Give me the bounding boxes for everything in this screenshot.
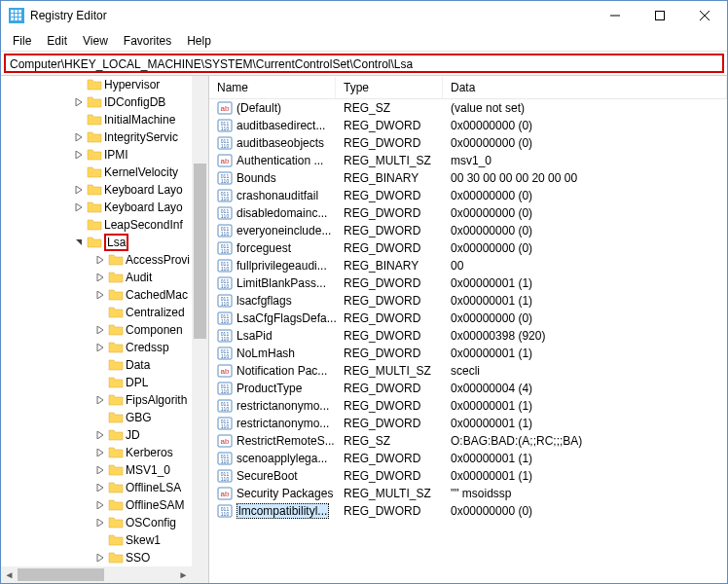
value-row[interactable]: LimitBlankPass...REG_DWORD0x00000001 (1) — [209, 274, 727, 292]
tree-item[interactable]: IPMI — [1, 146, 192, 164]
value-row[interactable]: everyoneinclude...REG_DWORD0x00000000 (0… — [209, 222, 727, 239]
tree-item[interactable]: JD — [1, 426, 192, 444]
expand-icon[interactable] — [92, 396, 108, 404]
expand-icon[interactable] — [92, 431, 108, 439]
value-row[interactable]: LsaPidREG_DWORD0x00000398 (920) — [209, 327, 727, 345]
menu-edit[interactable]: Edit — [39, 31, 75, 51]
tree-item[interactable]: CachedMac — [1, 286, 192, 304]
value-row[interactable]: ProductTypeREG_DWORD0x00000004 (4) — [209, 380, 727, 397]
maximize-button[interactable] — [637, 1, 682, 30]
expand-icon[interactable] — [92, 466, 108, 474]
value-row[interactable]: Security PackagesREG_MULTI_SZ"" msoidssp — [209, 485, 727, 502]
column-name[interactable]: Name — [209, 77, 336, 98]
value-row[interactable]: lmcompatibilityl...REG_DWORD0x00000000 (… — [209, 502, 727, 520]
expand-icon[interactable] — [71, 151, 87, 159]
expand-icon[interactable] — [71, 203, 87, 211]
value-row[interactable]: lsacfgflagsREG_DWORD0x00000001 (1) — [209, 292, 727, 310]
expand-icon[interactable] — [71, 98, 87, 106]
binary-value-icon — [217, 328, 233, 344]
tree-item[interactable]: Kerberos — [1, 444, 192, 461]
menu-favorites[interactable]: Favorites — [116, 31, 179, 51]
titlebar[interactable]: Registry Editor — [1, 1, 727, 30]
tree-item[interactable]: Audit — [1, 269, 192, 286]
tree-item[interactable]: FipsAlgorith — [1, 391, 192, 409]
menu-help[interactable]: Help — [179, 31, 219, 51]
menu-view[interactable]: View — [75, 31, 116, 51]
expand-icon[interactable] — [71, 133, 87, 141]
expand-icon[interactable] — [92, 449, 108, 456]
value-row[interactable]: LsaCfgFlagsDefa...REG_DWORD0x00000000 (0… — [209, 310, 727, 327]
tree-item[interactable]: Data — [1, 356, 192, 374]
tree-item[interactable]: Hypervisor — [1, 76, 192, 93]
tree-item[interactable]: OSConfig — [1, 514, 192, 531]
tree-item[interactable]: Credssp — [1, 339, 192, 356]
tree-item[interactable]: Keyboard Layo — [1, 199, 192, 216]
tree-scrollbar-horizontal[interactable]: ◄ ► — [1, 566, 192, 583]
expand-icon[interactable] — [92, 274, 108, 281]
value-row[interactable]: fullprivilegeaudi...REG_BINARY00 — [209, 257, 727, 274]
value-row[interactable]: auditbasedirect...REG_DWORD0x00000000 (0… — [209, 117, 727, 134]
expand-icon[interactable] — [92, 291, 108, 299]
tree-scrollbar-vertical[interactable] — [192, 76, 208, 566]
value-row[interactable]: scenoapplylega...REG_DWORD0x00000001 (1) — [209, 450, 727, 467]
column-data[interactable]: Data — [443, 77, 727, 98]
tree-item[interactable]: OfflineSAM — [1, 496, 192, 514]
expand-icon[interactable] — [92, 501, 108, 509]
value-row[interactable]: restrictanonymo...REG_DWORD0x00000001 (1… — [209, 415, 727, 432]
tree-item[interactable]: Componen — [1, 321, 192, 339]
expand-icon[interactable] — [92, 344, 108, 351]
value-row[interactable]: SecureBootREG_DWORD0x00000001 (1) — [209, 467, 727, 485]
value-row[interactable]: crashonauditfailREG_DWORD0x00000000 (0) — [209, 187, 727, 204]
tree-item[interactable]: MSV1_0 — [1, 461, 192, 479]
tree-item[interactable]: SSO — [1, 549, 192, 566]
value-row[interactable]: forceguestREG_DWORD0x00000000 (0) — [209, 239, 727, 257]
tree-item[interactable]: KernelVelocity — [1, 164, 192, 181]
value-row[interactable]: Authentication ...REG_MULTI_SZmsv1_0 — [209, 152, 727, 169]
minimize-button[interactable] — [593, 1, 637, 30]
address-path[interactable]: Computer\HKEY_LOCAL_MACHINE\SYSTEM\Curre… — [4, 54, 724, 73]
value-row[interactable]: auditbaseobjectsREG_DWORD0x00000000 (0) — [209, 134, 727, 152]
expand-icon[interactable] — [92, 484, 108, 492]
tree-item[interactable]: Skew1 — [1, 531, 192, 549]
column-type[interactable]: Type — [336, 77, 443, 98]
value-data: 0x00000004 (4) — [443, 382, 727, 395]
menu-file[interactable]: File — [5, 31, 39, 51]
value-row[interactable]: Notification Pac...REG_MULTI_SZscecli — [209, 362, 727, 380]
tree-item[interactable]: Keyboard Layo — [1, 181, 192, 199]
value-name: auditbasedirect... — [237, 119, 325, 132]
tree-item-label: Keyboard Layo — [104, 183, 183, 197]
tree-item[interactable]: DPL — [1, 374, 192, 391]
expand-icon[interactable] — [71, 186, 87, 194]
expand-icon[interactable] — [92, 326, 108, 334]
expand-icon[interactable] — [92, 256, 108, 264]
values-pane: Name Type Data (Default)REG_SZ(value not… — [209, 76, 727, 583]
collapse-icon[interactable] — [71, 238, 87, 246]
tree-item[interactable]: Centralized — [1, 304, 192, 321]
tree-item[interactable]: IntegrityServic — [1, 128, 192, 146]
expand-icon[interactable] — [92, 519, 108, 527]
folder-icon — [87, 147, 102, 163]
tree-item[interactable]: GBG — [1, 409, 192, 426]
value-data: (value not set) — [443, 101, 727, 115]
expand-icon[interactable] — [92, 554, 108, 562]
tree-item[interactable]: IDConfigDB — [1, 93, 192, 111]
value-row[interactable]: NoLmHashREG_DWORD0x00000001 (1) — [209, 345, 727, 362]
value-data: 0x00000001 (1) — [443, 294, 727, 308]
close-button[interactable] — [682, 1, 727, 30]
value-type: REG_SZ — [336, 101, 443, 115]
scroll-right-icon[interactable]: ► — [175, 566, 192, 583]
scroll-left-icon[interactable]: ◄ — [1, 566, 18, 583]
value-data: scecli — [443, 364, 727, 378]
value-row[interactable]: disabledomainc...REG_DWORD0x00000000 (0) — [209, 204, 727, 222]
value-row[interactable]: BoundsREG_BINARY00 30 00 00 00 20 00 00 — [209, 169, 727, 187]
tree-item[interactable]: Lsa — [1, 234, 192, 251]
value-data: 0x00000001 (1) — [443, 399, 727, 413]
value-row[interactable]: restrictanonymo...REG_DWORD0x00000001 (1… — [209, 397, 727, 415]
string-value-icon — [217, 363, 233, 379]
value-row[interactable]: RestrictRemoteS...REG_SZO:BAG:BAD:(A;;RC… — [209, 432, 727, 450]
tree-item[interactable]: OfflineLSA — [1, 479, 192, 496]
tree-item[interactable]: InitialMachine — [1, 111, 192, 128]
tree-item[interactable]: AccessProvi — [1, 251, 192, 269]
tree-item[interactable]: LeapSecondInf — [1, 216, 192, 234]
value-row[interactable]: (Default)REG_SZ(value not set) — [209, 99, 727, 117]
